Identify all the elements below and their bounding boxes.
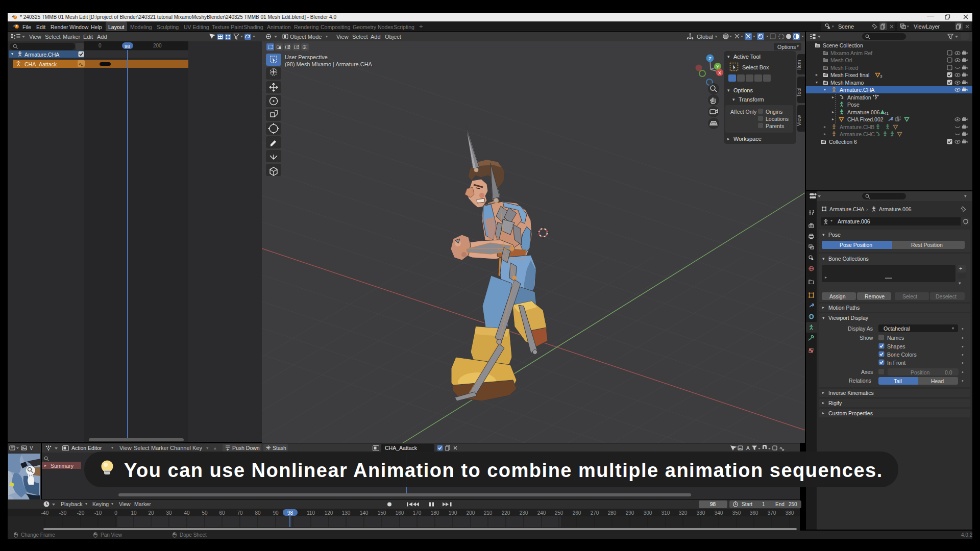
svg-text:X: X: [718, 70, 721, 76]
svg-text:Y: Y: [716, 64, 719, 69]
svg-text:A: A: [746, 445, 750, 451]
svg-text:Z: Z: [708, 56, 712, 61]
svg-text:V: V: [30, 445, 33, 451]
